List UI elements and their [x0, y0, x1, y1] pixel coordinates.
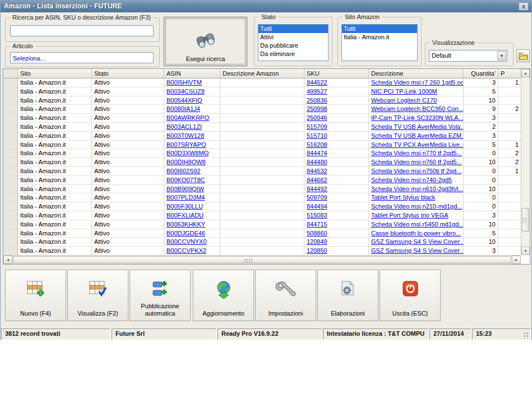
cell-descrizione[interactable]: IP-Cam TP-Link SC3230N WLA... [369, 114, 464, 122]
row-selector[interactable] [3, 202, 18, 211]
cell-sku[interactable]: 120849 [304, 238, 369, 246]
cell-sku[interactable]: 844532 [304, 167, 369, 175]
asin-link[interactable]: B0034CSUZ8 [166, 88, 205, 95]
sku-link[interactable]: 120849 [307, 238, 327, 245]
stato-option-tutti[interactable]: Tutti [258, 25, 328, 33]
table-row[interactable]: Italia - Amazon.itAttivoB00I602S92844532… [3, 167, 521, 176]
table-row[interactable]: Italia - Amazon.itAttivoB003T0W128515710… [3, 132, 521, 141]
header-sku[interactable]: SKU [304, 69, 369, 78]
asin-link[interactable]: B00KO07T8C [166, 177, 205, 183]
descrizione-link[interactable]: Scheda Video msi n740-2gd5 [371, 177, 452, 183]
sku-link[interactable]: 844492 [307, 186, 327, 192]
cell-sku[interactable]: 250946 [304, 114, 369, 122]
cell-sku[interactable]: 515709 [304, 123, 369, 131]
sito-option-italia[interactable]: Italia - Amazon.it [342, 33, 417, 41]
vertical-scroll-thumb[interactable] [522, 208, 529, 231]
asin-link[interactable]: B005F30LLU [166, 203, 203, 210]
descrizione-link[interactable]: Tablet Port Stylus trio VEGA [371, 212, 448, 219]
vertical-scrollbar[interactable]: ▲ ▼ [521, 69, 530, 255]
sku-link[interactable]: 844715 [307, 221, 327, 228]
header-descrizione-amazon[interactable]: Descrizione Amazon [220, 69, 304, 78]
cell-descrizione[interactable]: Webcam Logitech BCC950 Con... [369, 105, 464, 113]
cell-sku[interactable]: 844662 [304, 176, 369, 184]
descrizione-link[interactable]: GSZ Samsung S4 S View Cover ... [371, 247, 464, 254]
visualizzazione-select[interactable]: Default ▼ [429, 50, 507, 62]
asin-link[interactable]: B00AWRKRPO [166, 114, 209, 121]
asin-link[interactable]: B0063KHKKY [166, 221, 205, 228]
asin-link[interactable]: B00DJGDE46 [166, 230, 205, 237]
table-row[interactable]: Italia - Amazon.itAttivoB007PLD3M4509709… [3, 193, 521, 202]
table-row[interactable]: Italia - Amazon.itAttivoB0034CSUZ8499527… [3, 87, 521, 96]
asin-link[interactable]: B00D3XW8MO [166, 150, 209, 156]
descrizione-link[interactable]: Webcam Logitech C170 [371, 97, 437, 104]
row-selector[interactable] [3, 247, 18, 255]
table-row[interactable]: Italia - Amazon.itAttivoB005F30LLU844494… [3, 202, 521, 211]
table-row[interactable]: Italia - Amazon.itAttivoB00I5HIVTM844522… [3, 78, 521, 87]
header-stato[interactable]: Stato [92, 69, 164, 78]
cell-asin[interactable]: B00FXLIADU [164, 211, 220, 220]
cell-descrizione[interactable]: Scheda Video msi n740-2gd5 [369, 176, 464, 184]
sku-link[interactable]: 844480 [307, 159, 327, 165]
row-selector[interactable] [3, 123, 18, 131]
cell-asin[interactable]: B007SRYAPO [164, 141, 220, 149]
descrizione-link[interactable]: Scheda TV USB AverMedia EZM... [371, 132, 464, 139]
scroll-left-icon[interactable]: ◄ [3, 256, 12, 264]
row-selector[interactable] [3, 87, 18, 96]
table-row[interactable]: Italia - Amazon.itAttivoB00B909QIW844492… [3, 185, 521, 194]
cell-descrizione[interactable]: Tablet Port Stylus black [369, 193, 464, 202]
cell-asin[interactable]: B005F30LLU [164, 202, 220, 211]
cell-descrizione[interactable]: Scheda Video msi r7 260 1gd5 oc [369, 78, 464, 87]
cell-descrizione[interactable]: NIC PCI TP-Link 1000M [369, 87, 464, 96]
stato-option-da-eliminare[interactable]: Da eliminare [258, 50, 328, 58]
descrizione-link[interactable]: Webcam Logitech BCC950 Con... [371, 105, 464, 112]
scroll-right-icon[interactable]: ► [512, 256, 521, 264]
header-sito[interactable]: Sito [18, 69, 92, 78]
row-selector[interactable] [3, 185, 18, 193]
cell-descrizione[interactable]: Tablet Port Stylus trio VEGA [369, 211, 464, 220]
row-selector[interactable] [3, 238, 18, 246]
resize-grip[interactable] [523, 332, 530, 339]
sku-link[interactable]: 499527 [307, 88, 327, 95]
table-row[interactable]: Italia - Amazon.itAttivoB00CCVNYX0120849… [3, 238, 521, 247]
descrizione-link[interactable]: NIC PCI TP-Link 1000M [371, 88, 437, 95]
asin-link[interactable]: B00FXLIADU [166, 212, 203, 219]
cell-descrizione[interactable]: GSZ Samsung S4 S View Cover ... [369, 238, 464, 246]
cell-descrizione[interactable]: Scheda Video msi n760 tf 2gd5... [369, 158, 464, 166]
cell-descrizione[interactable]: Scheda Video msi n610-2gd3h/l... [369, 185, 464, 193]
sku-link[interactable]: 844662 [307, 177, 327, 183]
asin-link[interactable]: B00544XFIQ [166, 97, 202, 104]
cell-sku[interactable]: 844522 [304, 78, 369, 87]
cell-asin[interactable]: B00D3XW8MO [164, 149, 220, 158]
cell-descrizione[interactable]: Scheda Video msi n210-md1gd... [369, 202, 464, 211]
sku-link[interactable]: 250998 [307, 105, 327, 112]
elaborazioni-button[interactable]: Elaborazioni [317, 270, 378, 321]
cell-sku[interactable]: 516208 [304, 141, 369, 149]
row-selector[interactable] [3, 149, 18, 158]
cell-sku[interactable]: 509709 [304, 193, 369, 202]
cell-asin[interactable]: B00AWRKRPO [164, 114, 220, 122]
stato-listbox[interactable]: Tutti Attivi Da pubblicare Da eliminare [258, 24, 329, 61]
cell-asin[interactable]: B00CCVNYX0 [164, 238, 220, 246]
stato-option-da-pubblicare[interactable]: Da pubblicare [258, 41, 328, 50]
sku-link[interactable]: 250836 [307, 97, 327, 104]
cell-descrizione[interactable]: Scheda TV PCX AverMedia Live... [369, 141, 464, 149]
search-input[interactable] [10, 25, 154, 36]
cell-sku[interactable]: 844715 [304, 220, 369, 229]
row-selector[interactable] [3, 193, 18, 202]
header-asin[interactable]: ASIN [164, 69, 220, 78]
cell-sku[interactable]: 844474 [304, 149, 369, 158]
table-row[interactable]: Italia - Amazon.itAttivoB003ACL1ZI515709… [3, 123, 521, 132]
cell-asin[interactable]: B0063KHKKY [164, 220, 220, 229]
sku-link[interactable]: 844474 [307, 150, 327, 156]
row-selector[interactable] [3, 211, 18, 220]
cell-asin[interactable]: B00CCVPKX2 [164, 247, 220, 255]
descrizione-link[interactable]: Scheda TV PCX AverMedia Live... [371, 141, 464, 148]
cell-asin[interactable]: B003T0W128 [164, 132, 220, 140]
window-titlebar[interactable]: Amazon - Lista inserzioni - FUTURE x [1, 1, 531, 12]
table-row[interactable]: Italia - Amazon.itAttivoB00DJGDE46508860… [3, 229, 521, 238]
table-row[interactable]: Italia - Amazon.itAttivoB00544XFIQ250836… [3, 96, 521, 105]
row-selector[interactable] [3, 229, 18, 238]
cell-asin[interactable]: B003ACL1ZI [164, 123, 220, 131]
cell-sku[interactable]: 844494 [304, 202, 369, 211]
cell-sku[interactable]: 515083 [304, 211, 369, 220]
